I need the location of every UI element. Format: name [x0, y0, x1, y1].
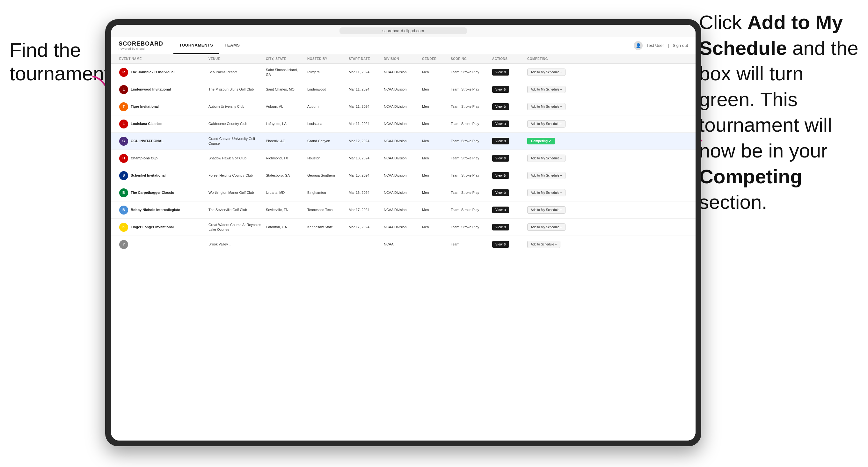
td-venue: Oakbourne Country Club [207, 119, 264, 128]
tab-tournaments[interactable]: TOURNAMENTS [174, 37, 219, 54]
col-gender: GENDER [420, 54, 449, 63]
td-competing: Competing ✓ [525, 135, 583, 147]
td-actions: View ⊙ [490, 169, 525, 181]
td-gender: Men [420, 205, 449, 215]
team-logo: H [119, 154, 128, 163]
td-date: Mar 17, 2024 [347, 222, 382, 232]
view-button[interactable]: View ⊙ [492, 103, 509, 110]
td-event: ? [117, 238, 207, 251]
col-date: START DATE [347, 54, 382, 63]
header-right: 👤 Test User | Sign out [634, 41, 688, 50]
view-button[interactable]: View ⊙ [492, 207, 509, 213]
td-competing: Add to My Schedule + [525, 118, 583, 130]
team-logo: L [119, 85, 128, 94]
td-scoring: Team, Stroke Play [449, 153, 490, 163]
td-date: Mar 15, 2024 [347, 170, 382, 180]
view-button[interactable]: View ⊙ [492, 155, 509, 162]
td-competing: Add to My Schedule + [525, 204, 583, 216]
td-actions: View ⊙ [490, 66, 525, 78]
add-to-schedule-button[interactable]: Add to My Schedule + [527, 189, 565, 196]
tablet-device: scoreboard.clippd.com SCOREBOARD Powered… [105, 19, 701, 446]
td-event: TTiger Invitational [117, 100, 207, 114]
event-name-text: The Carpetbagger Classic [131, 190, 174, 195]
add-to-schedule-button[interactable]: Add to My Schedule + [527, 103, 565, 110]
app-header: SCOREBOARD Powered by clippd TOURNAMENTS… [111, 37, 695, 54]
view-button[interactable]: View ⊙ [492, 69, 509, 75]
td-date: Mar 16, 2024 [347, 188, 382, 197]
td-hosted: Rutgers [305, 67, 347, 77]
col-scoring: SCORING [449, 54, 490, 63]
td-division: NCAA Division I [382, 188, 420, 197]
td-actions: View ⊙ [490, 187, 525, 198]
td-city [264, 242, 305, 247]
table-row: LLindenwood InvitationalThe Missouri Blu… [111, 81, 695, 98]
view-button[interactable]: View ⊙ [492, 189, 509, 196]
td-venue: Auburn University Club [207, 102, 264, 111]
add-to-schedule-button[interactable]: Add to My Schedule + [527, 155, 565, 162]
td-actions: View ⊙ [490, 84, 525, 95]
td-city: Statesboro, GA [264, 170, 305, 180]
td-scoring: Team, Stroke Play [449, 136, 490, 146]
td-actions: View ⊙ [490, 135, 525, 147]
table-container: EVENT NAME VENUE CITY, STATE HOSTED BY S… [111, 54, 695, 440]
td-scoring: Team, Stroke Play [449, 205, 490, 215]
logo-area: SCOREBOARD Powered by clippd [119, 40, 163, 50]
td-venue: The Missouri Bluffs Golf Club [207, 85, 264, 94]
td-venue: Grand Canyon University Golf Course [207, 134, 264, 148]
td-competing: Add to My Schedule + [525, 186, 583, 199]
add-to-schedule-button[interactable]: Add to My Schedule + [527, 68, 565, 76]
sign-out-link[interactable]: Sign out [673, 43, 688, 48]
view-button[interactable]: View ⊙ [492, 241, 509, 248]
add-to-schedule-button[interactable]: Add to My Schedule + [527, 206, 565, 214]
td-city: Saint Simons Island, GA [264, 65, 305, 80]
team-logo: G [119, 137, 128, 146]
td-actions: View ⊙ [490, 239, 525, 250]
td-actions: View ⊙ [490, 221, 525, 233]
td-venue: Forest Heights Country Club [207, 170, 264, 180]
add-to-schedule-button[interactable]: Add to My Schedule + [527, 223, 565, 231]
add-to-schedule-button[interactable]: Add to My Schedule + [527, 120, 565, 127]
td-event: LLindenwood Invitational [117, 83, 207, 97]
td-event: RThe Johnnie - O Individual [117, 65, 207, 80]
url-bar[interactable]: scoreboard.clippd.com [340, 27, 467, 34]
td-hosted [305, 242, 347, 247]
view-button[interactable]: View ⊙ [492, 121, 509, 127]
td-gender: Men [420, 67, 449, 77]
event-name-text: Bobby Nichols Intercollegiate [131, 208, 180, 212]
td-gender: Men [420, 136, 449, 146]
separator: | [668, 43, 669, 48]
td-city: Sevierville, TN [264, 205, 305, 215]
td-gender [420, 242, 449, 247]
td-hosted: Lindenwood [305, 85, 347, 94]
event-name-text: GCU INVITATIONAL [131, 139, 163, 143]
add-to-schedule-button[interactable]: Add to My Schedule + [527, 172, 565, 179]
team-logo: L [119, 120, 128, 128]
td-competing: Add to My Schedule + [525, 169, 583, 182]
view-button[interactable]: View ⊙ [492, 172, 509, 179]
td-gender: Men [420, 222, 449, 232]
td-hosted: Grand Canyon [305, 136, 347, 146]
td-event: KLinger Longer Invitational [117, 220, 207, 234]
td-date: Mar 11, 2024 [347, 102, 382, 111]
td-scoring: Team, Stroke Play [449, 102, 490, 111]
td-city: Urbana, MD [264, 188, 305, 197]
user-icon: 👤 [634, 41, 643, 50]
td-venue: Brook Valley... [207, 240, 264, 249]
view-button[interactable]: View ⊙ [492, 86, 509, 93]
view-button[interactable]: View ⊙ [492, 138, 509, 145]
col-actions: ACTIONS [490, 54, 525, 63]
view-button[interactable]: View ⊙ [492, 224, 509, 230]
td-actions: View ⊙ [490, 152, 525, 164]
add-to-schedule-button[interactable]: Add to My Schedule + [527, 86, 565, 93]
table-row: TTiger InvitationalAuburn University Clu… [111, 98, 695, 115]
td-event: BBobby Nichols Intercollegiate [117, 203, 207, 217]
competing-button[interactable]: Competing ✓ [527, 138, 555, 145]
td-division: NCAA [382, 240, 420, 249]
tab-teams[interactable]: TEAMS [219, 37, 245, 54]
table-row: RThe Johnnie - O IndividualSea Palms Res… [111, 64, 695, 81]
add-to-schedule-button[interactable]: Add to Schedule + [527, 241, 560, 248]
td-venue: Shadow Hawk Golf Club [207, 153, 264, 163]
annotation-right: Click Add to My Schedule and the box wil… [699, 9, 859, 215]
td-city: Phoenix, AZ [264, 136, 305, 146]
td-division: NCAA Division I [382, 153, 420, 163]
